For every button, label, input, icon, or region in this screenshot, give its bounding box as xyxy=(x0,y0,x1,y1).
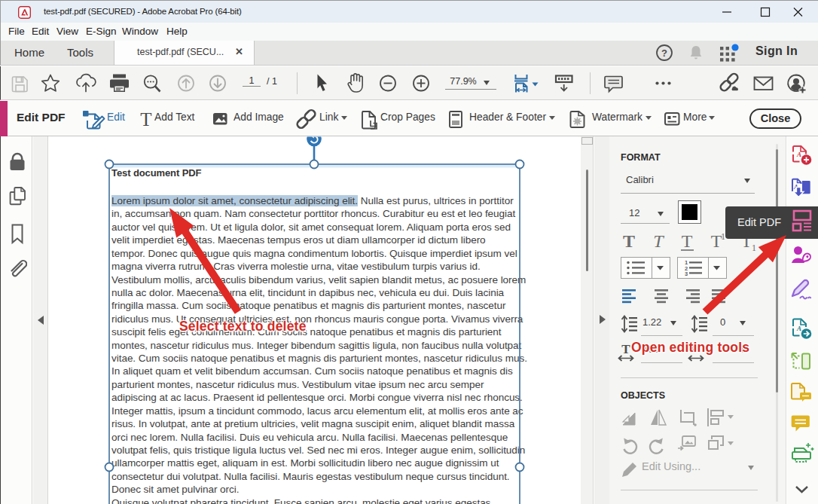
svg-text:A: A xyxy=(796,325,801,332)
svg-text:A: A xyxy=(796,151,801,158)
svg-text:T: T xyxy=(621,342,630,356)
svg-text:T: T xyxy=(623,231,635,251)
svg-text:T: T xyxy=(653,231,664,251)
svg-text:?: ? xyxy=(661,47,667,59)
svg-text:T: T xyxy=(682,231,693,251)
svg-text:1: 1 xyxy=(752,243,756,253)
svg-text:T: T xyxy=(140,109,151,130)
svg-text:3: 3 xyxy=(685,270,688,277)
